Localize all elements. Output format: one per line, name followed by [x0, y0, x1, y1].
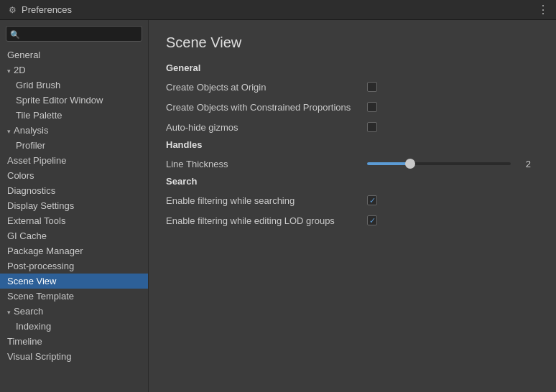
sidebar-item-label: Asset Pipeline	[7, 155, 66, 166]
sidebar-item-label: Tile Palette	[16, 110, 62, 121]
search-icon: 🔍	[10, 30, 20, 39]
slider-track-line-thickness[interactable]	[367, 162, 511, 165]
sidebar-item-label: GI Cache	[7, 230, 47, 241]
sidebar-item-diagnostics[interactable]: Diagnostics	[0, 183, 148, 198]
sidebar-item-label: Package Manager	[7, 246, 83, 256]
title-bar: ⚙ Preferences ⋮	[0, 0, 556, 20]
sidebar-item-label: Search	[14, 306, 43, 317]
sidebar-item-scene-view[interactable]: Scene View	[0, 274, 148, 289]
sidebar-item-label: Profiler	[16, 140, 45, 151]
slider-container-line-thickness: 2	[367, 159, 531, 169]
setting-label-enable-filtering-lod: Enable filtering while editing LOD group…	[166, 215, 367, 226]
sidebar-item-2d[interactable]: ▾2D	[0, 62, 148, 78]
checkbox-create-objects-constrained[interactable]	[367, 102, 377, 112]
sidebar-item-asset-pipeline[interactable]: Asset Pipeline	[0, 153, 148, 168]
content-sections: GeneralCreate Objects at OriginCreate Ob…	[166, 62, 539, 228]
sidebar-item-label: Post-processing	[7, 261, 74, 271]
checkbox-enable-filtering-lod[interactable]	[367, 215, 377, 225]
sidebar-item-label: External Tools	[7, 215, 65, 226]
sidebar-item-search[interactable]: ▾Search	[0, 304, 148, 319]
sidebar-item-profiler[interactable]: Profiler	[0, 138, 148, 153]
setting-label-line-thickness: Line Thickness	[166, 159, 367, 169]
expand-arrow: ▾	[7, 309, 11, 316]
expand-arrow: ▾	[7, 67, 11, 75]
sidebar-search-input[interactable]	[6, 26, 142, 42]
sidebar: 🔍 General▾2DGrid BrushSprite Editor Wind…	[0, 20, 149, 392]
sidebar-item-visual-scripting[interactable]: Visual Scripting	[0, 349, 148, 364]
sidebar-search-container: 🔍	[0, 23, 148, 46]
sidebar-item-label: General	[7, 50, 40, 60]
sidebar-item-label: Display Settings	[7, 200, 74, 211]
sidebar-item-label: Scene Template	[7, 291, 74, 302]
setting-row-line-thickness: Line Thickness2	[166, 156, 539, 172]
main-layout: 🔍 General▾2DGrid BrushSprite Editor Wind…	[0, 20, 556, 392]
sidebar-item-sprite-editor-window[interactable]: Sprite Editor Window	[0, 93, 148, 108]
sidebar-item-package-manager[interactable]: Package Manager	[0, 243, 148, 258]
sidebar-nav: General▾2DGrid BrushSprite Editor Window…	[0, 47, 148, 364]
window-title: Preferences	[22, 4, 537, 15]
sidebar-item-label: Visual Scripting	[7, 351, 71, 362]
preferences-icon: ⚙	[7, 5, 17, 15]
sidebar-item-post-processing[interactable]: Post-processing	[0, 258, 148, 274]
sidebar-item-scene-template[interactable]: Scene Template	[0, 289, 148, 304]
sidebar-item-label: Sprite Editor Window	[16, 95, 103, 106]
sidebar-item-label: Grid Brush	[16, 80, 60, 90]
sidebar-item-gi-cache[interactable]: GI Cache	[0, 228, 148, 243]
content-area: Scene View GeneralCreate Objects at Orig…	[149, 20, 556, 392]
setting-row-create-objects-constrained: Create Objects with Constrained Proporti…	[166, 99, 539, 115]
sidebar-item-indexing[interactable]: Indexing	[0, 319, 148, 334]
setting-row-enable-filtering-lod: Enable filtering while editing LOD group…	[166, 213, 539, 228]
setting-label-create-objects-constrained: Create Objects with Constrained Proporti…	[166, 102, 367, 113]
setting-label-create-objects-at-origin: Create Objects at Origin	[166, 82, 367, 93]
slider-thumb-line-thickness[interactable]	[405, 159, 415, 169]
checkbox-create-objects-at-origin[interactable]	[367, 82, 377, 92]
sidebar-item-external-tools[interactable]: External Tools	[0, 213, 148, 228]
sidebar-item-general[interactable]: General	[0, 47, 148, 62]
sidebar-item-label: Timeline	[7, 336, 42, 347]
sidebar-item-grid-brush[interactable]: Grid Brush	[0, 78, 148, 93]
section-header-search: Search	[166, 176, 539, 187]
sidebar-item-label: Scene View	[7, 276, 56, 286]
checkbox-enable-filtering-searching[interactable]	[367, 195, 377, 205]
setting-label-auto-hide-gizmos: Auto-hide gizmos	[166, 122, 367, 133]
sidebar-item-tile-palette[interactable]: Tile Palette	[0, 108, 148, 123]
section-header-general: General	[166, 62, 539, 73]
sidebar-item-analysis[interactable]: ▾Analysis	[0, 123, 148, 138]
sidebar-item-label: Indexing	[16, 321, 51, 332]
sidebar-item-timeline[interactable]: Timeline	[0, 334, 148, 349]
setting-label-enable-filtering-searching: Enable filtering while searching	[166, 195, 367, 206]
setting-row-create-objects-at-origin: Create Objects at Origin	[166, 79, 539, 95]
setting-row-enable-filtering-searching: Enable filtering while searching	[166, 192, 539, 208]
slider-value-line-thickness: 2	[516, 159, 531, 169]
sidebar-item-display-settings[interactable]: Display Settings	[0, 198, 148, 213]
sidebar-item-label: Analysis	[14, 125, 48, 136]
sidebar-item-label: Colors	[7, 170, 34, 181]
sidebar-item-label: Diagnostics	[7, 185, 55, 196]
slider-fill-line-thickness	[367, 162, 410, 165]
setting-row-auto-hide-gizmos: Auto-hide gizmos	[166, 119, 539, 135]
expand-arrow: ▾	[7, 128, 11, 135]
page-title: Scene View	[166, 34, 539, 51]
sidebar-item-label: 2D	[14, 65, 26, 75]
section-header-handles: Handles	[166, 139, 539, 150]
checkbox-auto-hide-gizmos[interactable]	[367, 122, 377, 132]
sidebar-item-colors[interactable]: Colors	[0, 168, 148, 183]
menu-icon[interactable]: ⋮	[537, 3, 549, 17]
